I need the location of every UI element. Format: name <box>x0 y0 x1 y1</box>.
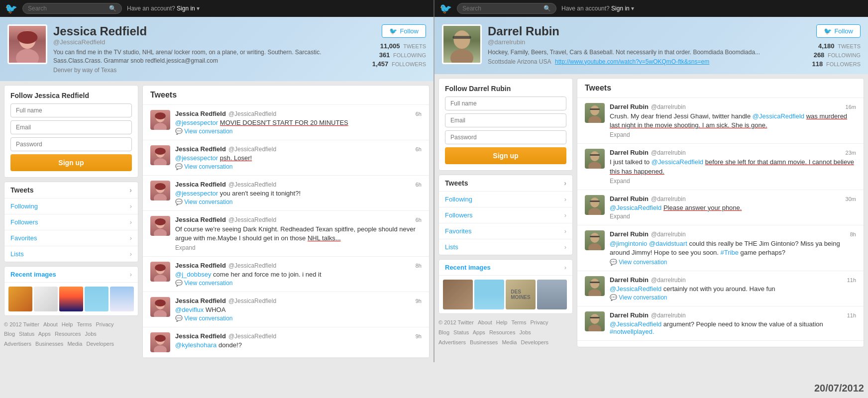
footer-businesses[interactable]: Businesses <box>35 341 63 347</box>
signin-link-left[interactable]: Sign in <box>177 5 195 12</box>
image-thumb-2[interactable] <box>34 287 58 311</box>
footer-resources[interactable]: Resources <box>55 331 81 337</box>
jessica-avatar <box>7 24 47 64</box>
footer-terms[interactable]: Terms <box>77 321 92 327</box>
footer-jobs-d[interactable]: Jobs <box>520 329 531 335</box>
tweet-avatar-darrel <box>585 149 605 169</box>
view-conversation[interactable]: 💬 View conversation <box>175 163 422 170</box>
view-conversation[interactable]: 💬 View conversation <box>175 128 422 135</box>
jessica-recent-images: Recent images › <box>4 266 138 316</box>
jessica-lists-nav[interactable]: Lists › <box>4 246 138 262</box>
darrel-following-label: FOLLOWING <box>828 52 861 58</box>
tweet-avatar-jessica <box>150 216 170 236</box>
tweet-row: Darrel Rubin @darrelrubin 11h @JessicaRe… <box>577 306 864 341</box>
jessica-following-nav[interactable]: Following › <box>4 199 138 214</box>
footer-terms-d[interactable]: Terms <box>511 319 526 325</box>
darrel-image-1[interactable] <box>443 280 473 309</box>
chevron-icon: › <box>564 211 566 219</box>
darrel-image-4[interactable] <box>537 280 567 309</box>
svg-point-2 <box>17 31 38 44</box>
search-bar-left[interactable]: 🔍 <box>22 3 122 14</box>
darrel-image-3[interactable]: DESMOINES <box>506 280 536 309</box>
image-thumb-3[interactable] <box>59 287 83 311</box>
tweet-row: Darrel Rubin @darrelrubin 23m I just tal… <box>577 144 864 190</box>
image-thumb-5[interactable] <box>110 287 134 311</box>
darrel-tweets-nav[interactable]: Tweets › <box>439 175 572 192</box>
darrel-tweets-count: 4,180 <box>818 42 835 50</box>
darrel-lists-nav[interactable]: Lists › <box>439 239 572 255</box>
darrel-avatar <box>442 24 482 64</box>
view-conversation[interactable]: 💬 View conversation <box>175 280 422 287</box>
jessica-name: Jessica Redfield <box>53 24 356 38</box>
footer-status-d[interactable]: Status <box>453 329 469 335</box>
darrel-footer: © 2012 Twitter About Help Terms Privacy … <box>438 318 573 347</box>
tweet-handle: @JessicaRedfield <box>228 146 276 153</box>
footer-privacy-d[interactable]: Privacy <box>530 319 548 325</box>
darrel-email-input[interactable] <box>445 113 566 127</box>
tweet-time: 23m <box>846 150 856 156</box>
jessica-nav-section: Tweets › Following › Followers › Favorit… <box>4 182 138 262</box>
footer-blog-d[interactable]: Blog <box>438 329 449 335</box>
search-input-right[interactable] <box>462 5 541 12</box>
footer-help[interactable]: Help <box>62 321 73 327</box>
tweet-row: Darrel Rubin @darrelrubin 8h @jimgintoni… <box>577 225 864 271</box>
jessica-tweets-count: 11,005 <box>380 42 400 50</box>
svg-point-37 <box>588 243 601 250</box>
footer-apps-d[interactable]: Apps <box>473 329 485 335</box>
chevron-icon: › <box>564 179 566 187</box>
jessica-signup-button[interactable]: Sign up <box>10 154 132 171</box>
footer-developers-d[interactable]: Developers <box>521 339 548 345</box>
footer-apps[interactable]: Apps <box>38 331 51 337</box>
darrel-image-2[interactable] <box>474 280 504 309</box>
darrel-followers-nav[interactable]: Followers › <box>439 207 572 223</box>
footer-about[interactable]: About <box>43 321 58 327</box>
darrel-favorites-nav[interactable]: Favorites › <box>439 223 572 239</box>
footer-blog[interactable]: Blog <box>4 331 15 337</box>
footer-resources-d[interactable]: Resources <box>489 329 516 335</box>
darrel-following-nav[interactable]: Following › <box>439 192 572 207</box>
darrel-password-input[interactable] <box>445 130 566 144</box>
footer-jobs[interactable]: Jobs <box>85 331 97 337</box>
jessica-tweets-nav[interactable]: Tweets › <box>4 182 138 199</box>
view-conversation[interactable]: 💬 View conversation <box>175 199 422 205</box>
expand-link[interactable]: Expand <box>610 131 856 138</box>
signin-link-right[interactable]: Sign in <box>611 5 630 12</box>
expand-link[interactable]: Expand <box>610 213 856 220</box>
view-conversation[interactable]: 💬 View conversation <box>610 259 856 266</box>
darrel-follow-button[interactable]: 🐦 Follow <box>816 24 861 38</box>
image-thumb-4[interactable] <box>85 287 108 311</box>
jessica-followers-nav[interactable]: Followers › <box>4 214 138 230</box>
jessica-follow-button[interactable]: 🐦 Follow <box>382 24 426 38</box>
footer-status[interactable]: Status <box>19 331 34 337</box>
footer-media-d[interactable]: Media <box>502 339 517 345</box>
tweet-handle: @darrelrubin <box>651 231 686 238</box>
search-input-left[interactable] <box>28 5 107 12</box>
footer-help-d[interactable]: Help <box>496 319 508 325</box>
footer-developers[interactable]: Developers <box>86 341 114 347</box>
footer-about-d[interactable]: About <box>478 319 492 325</box>
darrel-fullname-input[interactable] <box>445 97 566 110</box>
jessica-fullname-input[interactable] <box>10 103 132 117</box>
expand-link[interactable]: Expand <box>610 178 856 185</box>
tweet-handle: @darrelrubin <box>651 149 686 156</box>
image-thumb-1[interactable] <box>8 287 32 311</box>
footer-advertisers[interactable]: Advertisers <box>4 341 31 347</box>
footer-privacy[interactable]: Privacy <box>96 321 113 327</box>
footer-businesses-d[interactable]: Businesses <box>470 339 498 345</box>
footer-advertisers-d[interactable]: Advertisers <box>438 339 466 345</box>
darrel-link[interactable]: http://www.youtube.com/watch?v=5wOKQmO-f… <box>555 58 709 65</box>
view-conversation[interactable]: 💬 View conversation <box>175 315 422 322</box>
view-conversation[interactable]: 💬 View conversation <box>610 294 856 301</box>
footer-media[interactable]: Media <box>67 341 82 347</box>
expand-link[interactable]: Expand <box>175 244 422 251</box>
darrel-recent-images-header[interactable]: Recent images › <box>439 260 572 276</box>
jessica-favorites-nav[interactable]: Favorites › <box>4 230 138 246</box>
jessica-password-input[interactable] <box>10 137 132 151</box>
jessica-handle: @JessicaRedfield <box>53 38 356 46</box>
search-bar-right[interactable]: 🔍 <box>457 3 556 14</box>
jessica-recent-images-header[interactable]: Recent images › <box>4 267 138 283</box>
jessica-bio: You can find me in the TV studio, NHL ar… <box>53 48 356 65</box>
tweet-name: Darrel Rubin <box>610 276 649 284</box>
darrel-signup-button[interactable]: Sign up <box>445 147 566 164</box>
jessica-email-input[interactable] <box>10 120 132 134</box>
